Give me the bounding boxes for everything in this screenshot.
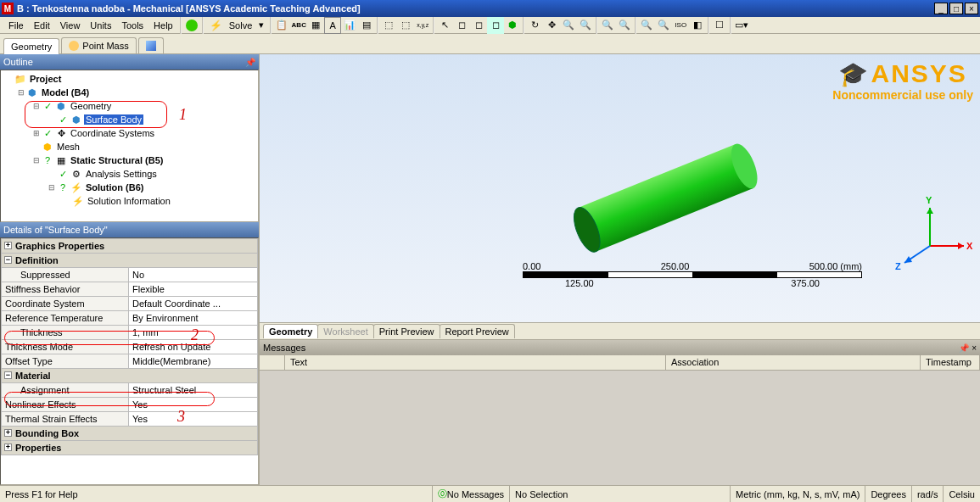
menu-tools[interactable]: Tools <box>116 19 148 32</box>
left-panel: Outline📌 📁Project ⊟⬢Model (B4) ⊟✓⬢Geomet… <box>0 54 260 485</box>
ok-icon[interactable] <box>183 17 200 34</box>
rotate-icon[interactable]: ↻ <box>526 17 543 34</box>
pan-icon[interactable]: ✥ <box>543 17 560 34</box>
messages-body[interactable] <box>260 371 980 485</box>
row-nonlinear[interactable]: Nonlinear EffectsYes <box>2 398 258 412</box>
last-icon[interactable]: ▭▾ <box>733 17 750 34</box>
vtab-report-preview[interactable]: Report Preview <box>440 324 515 338</box>
cube-icon <box>146 41 156 51</box>
tree-solution[interactable]: ⊟?⚡Solution (B6) <box>3 181 256 194</box>
face-icon[interactable]: ◻ <box>487 17 504 34</box>
row-thermal-strain[interactable]: Thermal Strain EffectsYes <box>2 412 258 427</box>
status-units: Metric (mm, kg, N, s, mV, mA) <box>731 486 865 502</box>
viewport-tabs: Geometry Worksheet Print Preview Report … <box>260 322 980 339</box>
point-mass-icon <box>69 41 79 51</box>
svg-text:Y: Y <box>926 195 932 205</box>
minimize-button[interactable]: _ <box>934 3 948 14</box>
vtab-print-preview[interactable]: Print Preview <box>373 324 440 338</box>
iso-icon[interactable]: ISO <box>672 17 689 34</box>
tree-solution-info[interactable]: ⚡Solution Information <box>3 194 256 208</box>
zoomout-icon[interactable]: 🔍 <box>655 17 672 34</box>
messages-panel: Messages📌 × Text Association Timestamp <box>260 339 980 485</box>
context-tab-bar: Geometry Point Mass <box>0 34 980 54</box>
zoombox-icon[interactable]: 🔍 <box>577 17 594 34</box>
maximize-button[interactable]: □ <box>949 3 963 14</box>
vtab-geometry[interactable]: Geometry <box>263 324 318 338</box>
menu-bar: File Edit View Units Tools Help Solve ▾ … <box>0 17 980 34</box>
tab-extra[interactable] <box>138 37 164 53</box>
status-rads: rad/s <box>912 486 944 502</box>
status-messages[interactable]: ⓪ No Messages <box>433 486 510 502</box>
vtab-worksheet[interactable]: Worksheet <box>317 324 373 338</box>
tool-icon[interactable]: 📋 <box>273 17 290 34</box>
edge-icon[interactable]: ◻ <box>470 17 487 34</box>
outline-tree[interactable]: 📁Project ⊟⬢Model (B4) ⊟✓⬢Geometry ✓⬢Surf… <box>0 70 259 222</box>
tree-surface-body[interactable]: ✓⬢Surface Body <box>3 113 256 126</box>
tree-coord-systems[interactable]: ⊞✓✥Coordinate Systems <box>3 126 256 140</box>
menu-view[interactable]: View <box>55 19 86 32</box>
pin-icon[interactable]: 📌 × <box>959 343 977 353</box>
tab-geometry[interactable]: Geometry <box>3 38 59 54</box>
details-table: +Graphics Properties −Definition Suppres… <box>1 238 258 455</box>
status-degrees: Degrees <box>865 486 912 502</box>
zoom-icon[interactable]: 🔍 <box>560 17 577 34</box>
col-text[interactable]: Text <box>285 355 666 370</box>
orientation-triad[interactable]: X Y Z <box>892 195 968 271</box>
menu-file[interactable]: File <box>3 19 29 32</box>
fit-icon[interactable]: 🔍 <box>599 17 616 34</box>
a-icon[interactable]: A <box>324 17 341 34</box>
status-selection: No Selection <box>510 486 731 502</box>
svg-marker-6 <box>927 208 933 214</box>
solve-button[interactable]: Solve ▾ <box>205 17 269 34</box>
mag-icon[interactable]: 🔍 <box>616 17 633 34</box>
messages-columns: Text Association Timestamp <box>260 355 980 371</box>
tree-analysis-settings[interactable]: ✓⚙Analysis Settings <box>3 167 256 181</box>
row-thickness-mode[interactable]: Thickness ModeRefresh on Update <box>2 340 258 354</box>
tab-point-mass[interactable]: Point Mass <box>61 37 136 53</box>
vertex-icon[interactable]: ◻ <box>453 17 470 34</box>
tree-mesh[interactable]: ⬢Mesh <box>3 140 256 153</box>
details-panel[interactable]: +Graphics Properties −Definition Suppres… <box>0 237 259 485</box>
view-icon[interactable]: ◧ <box>689 17 706 34</box>
select-icon[interactable]: ⬚ <box>380 17 397 34</box>
window-title: B : Tenkostenna nadoba - Mechanical [ANS… <box>17 3 932 14</box>
app-icon: M <box>2 3 14 14</box>
select2-icon[interactable]: ⬚ <box>397 17 414 34</box>
tree-static-structural[interactable]: ⊟?▦Static Structural (B5) <box>3 153 256 167</box>
wire-icon[interactable]: ☐ <box>711 17 728 34</box>
menu-edit[interactable]: Edit <box>29 19 55 32</box>
svg-marker-4 <box>958 243 964 249</box>
cylinder-model <box>548 131 769 275</box>
tree-geometry[interactable]: ⊟✓⬢Geometry <box>3 99 256 113</box>
zoomin-icon[interactable]: 🔍 <box>638 17 655 34</box>
cursor-icon[interactable]: ↖ <box>436 17 453 34</box>
row-stiffness[interactable]: Stiffness BehaviorFlexible <box>2 282 258 297</box>
graphics-viewport[interactable]: 🎓 ANSYS Noncommercial use only 0.00250.0… <box>260 54 980 322</box>
messages-header: Messages📌 × <box>260 340 980 355</box>
tree-project[interactable]: 📁Project <box>3 72 256 86</box>
table-icon[interactable]: ▤ <box>358 17 375 34</box>
row-assignment[interactable]: AssignmentStructural Steel <box>2 383 258 398</box>
chart-icon[interactable]: 📊 <box>341 17 358 34</box>
status-bar: Press F1 for Help ⓪ No Messages No Selec… <box>0 485 980 502</box>
menu-units[interactable]: Units <box>85 19 116 32</box>
row-thickness[interactable]: Thickness1, mm <box>2 326 258 340</box>
row-offset-type[interactable]: Offset TypeMiddle(Membrane) <box>2 354 258 369</box>
row-suppressed[interactable]: SuppressedNo <box>2 268 258 282</box>
pin-icon[interactable]: 📌 <box>245 58 255 67</box>
grid-icon[interactable]: ▦ <box>307 17 324 34</box>
abc-icon[interactable]: ABC <box>290 17 307 34</box>
row-coord-system[interactable]: Coordinate SystemDefault Coordinate ... <box>2 297 258 311</box>
menu-help[interactable]: Help <box>148 19 178 32</box>
outline-header: Outline📌 <box>0 54 259 70</box>
xyz-icon[interactable]: x,y,z <box>414 17 431 34</box>
row-ref-temp[interactable]: Reference TemperatureBy Environment <box>2 311 258 326</box>
col-association[interactable]: Association <box>666 355 921 370</box>
close-button[interactable]: × <box>965 3 978 14</box>
tree-model[interactable]: ⊟⬢Model (B4) <box>3 86 256 99</box>
body-icon[interactable]: ⬢ <box>504 17 521 34</box>
svg-text:X: X <box>966 241 973 251</box>
status-help: Press F1 for Help <box>0 486 433 502</box>
col-timestamp[interactable]: Timestamp <box>921 355 980 370</box>
scale-ruler: 0.00250.00500.00 (mm) 125.00375.00 <box>523 261 862 288</box>
